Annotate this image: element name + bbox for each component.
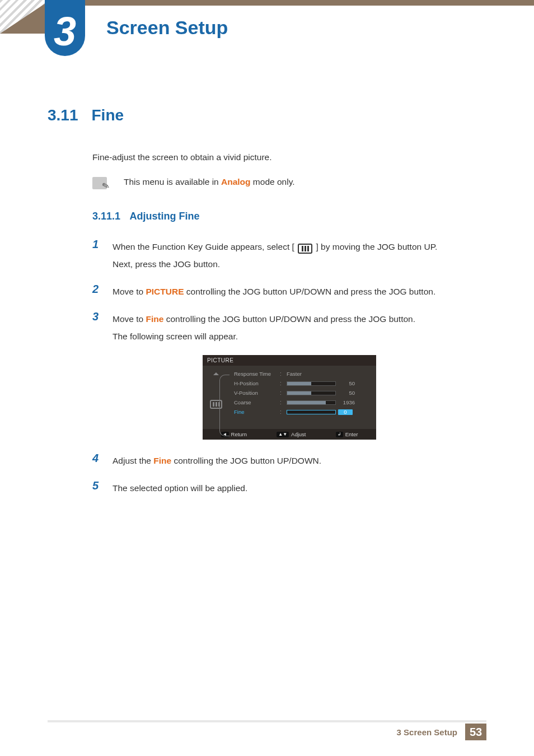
note-icon (92, 177, 107, 189)
osd-panel: PICTURE Response Time : Faster H-Positio… (203, 355, 376, 440)
osd-slider (287, 410, 336, 414)
chapter-number-badge: 3 (45, 0, 85, 56)
step-list: 1 When the Function Key Guide appears, s… (92, 238, 486, 497)
chapter-number: 3 (54, 11, 76, 52)
enter-key-icon: ↲ (336, 432, 343, 437)
arrow-up-icon (213, 372, 219, 375)
footer-page-number: 53 (465, 724, 486, 740)
menu-icon (298, 244, 312, 254)
osd-adjust: ▲▼ Adjust (277, 431, 306, 437)
osd-value: 50 (338, 390, 355, 396)
subsection-heading: 3.11.1 Adjusting Fine (92, 211, 486, 222)
section-intro: Fine-adjust the screen to obtain a vivid… (92, 152, 486, 162)
osd-row-response-time: Response Time : Faster (234, 369, 372, 379)
section-title: Fine (92, 106, 124, 124)
step-body: The selected option will be applied. (113, 479, 247, 497)
step-2: 2 Move to PICTURE controlling the JOG bu… (92, 283, 486, 300)
osd-label: H-Position (234, 380, 278, 386)
osd-label: Coarse (234, 399, 278, 405)
step-3-c: controlling the JOG button UP/DOWN and p… (163, 314, 415, 324)
step-number: 2 (92, 283, 102, 296)
osd-slider-fill (287, 391, 311, 395)
step-5: 5 The selected option will be applied. (92, 479, 486, 497)
osd-body: Response Time : Faster H-Position : 50 V… (203, 366, 376, 429)
step-1: 1 When the Function Key Guide appears, s… (92, 238, 486, 273)
step-number: 5 (92, 479, 102, 492)
osd-label: Response Time (234, 371, 278, 377)
step-4-c: controlling the JOG button UP/DOWN. (171, 456, 321, 465)
note-suffix: mode only. (251, 177, 295, 186)
step-3: 3 Move to Fine controlling the JOG butto… (92, 310, 486, 345)
step-body: Move to Fine controlling the JOG button … (113, 310, 415, 345)
enter-label: Enter (345, 431, 358, 437)
note-row: This menu is available in Analog mode on… (92, 177, 486, 189)
step-1-line1a: When the Function Key Guide appears, sel… (113, 242, 292, 251)
note-highlight: Analog (221, 177, 251, 186)
adjust-label: Adjust (291, 431, 306, 437)
page-footer: 3 Screen Setup 53 (48, 720, 486, 737)
step-3-b: Fine (146, 314, 163, 324)
footer-label: 3 Screen Setup (397, 727, 457, 737)
step-3-d: The following screen will appear. (113, 332, 238, 341)
osd-row-v-position: V-Position : 50 (234, 388, 372, 398)
osd-left-column (206, 369, 226, 417)
step-4: 4 Adjust the Fine controlling the JOG bu… (92, 452, 486, 469)
step-number: 3 (92, 310, 102, 323)
osd-bracket-decoration (219, 375, 229, 436)
step-1-line1b: by moving the JOG button UP. (318, 242, 438, 251)
osd-value: Faster (287, 371, 302, 377)
close-bracket: ] (313, 242, 318, 251)
chapter-title: Screen Setup (106, 17, 228, 39)
osd-row-fine: Fine : 0 (234, 407, 372, 417)
step-2-c: controlling the JOG button UP/DOWN and p… (184, 287, 436, 296)
step-number: 1 (92, 238, 102, 251)
osd-slider (287, 381, 336, 386)
osd-value: 50 (338, 380, 355, 386)
step-2-b: PICTURE (146, 287, 184, 296)
open-bracket: [ (292, 242, 297, 251)
osd-slider (287, 400, 336, 405)
step-body: Move to PICTURE controlling the JOG butt… (113, 283, 435, 300)
osd-value: 1936 (338, 399, 355, 405)
step-1-line2: Next, press the JOG button. (113, 259, 220, 269)
step-4-a: Adjust the (113, 456, 153, 465)
step-number: 4 (92, 452, 102, 465)
return-label: Return (231, 431, 247, 437)
osd-label: Fine (234, 409, 278, 415)
section-heading: 3.11 Fine (48, 106, 486, 124)
step-2-a: Move to (113, 287, 146, 296)
step-body: When the Function Key Guide appears, sel… (113, 238, 437, 273)
osd-row-coarse: Coarse : 1936 (234, 398, 372, 407)
osd-slider (287, 391, 336, 395)
osd-value: 0 (338, 409, 353, 415)
step-3-a: Move to (113, 314, 146, 324)
osd-label: V-Position (234, 390, 278, 396)
osd-title: PICTURE (203, 355, 376, 366)
osd-slider-fill (287, 401, 326, 404)
osd-enter: ↲ Enter (336, 431, 358, 437)
osd-row-h-position: H-Position : 50 (234, 379, 372, 388)
note-prefix: This menu is available in (124, 177, 221, 186)
subsection-number: 3.11.1 (92, 211, 120, 222)
osd-rows: Response Time : Faster H-Position : 50 V… (226, 369, 372, 417)
step-4-b: Fine (153, 456, 171, 465)
adjust-key-icon: ▲▼ (277, 432, 289, 437)
step-body: Adjust the Fine controlling the JOG butt… (113, 452, 321, 469)
subsection-title: Adjusting Fine (130, 211, 200, 222)
note-text: This menu is available in Analog mode on… (124, 177, 295, 187)
osd-slider-fill (287, 382, 311, 385)
main-content: 3.11 Fine Fine-adjust the screen to obta… (48, 101, 486, 507)
section-number: 3.11 (48, 106, 78, 124)
